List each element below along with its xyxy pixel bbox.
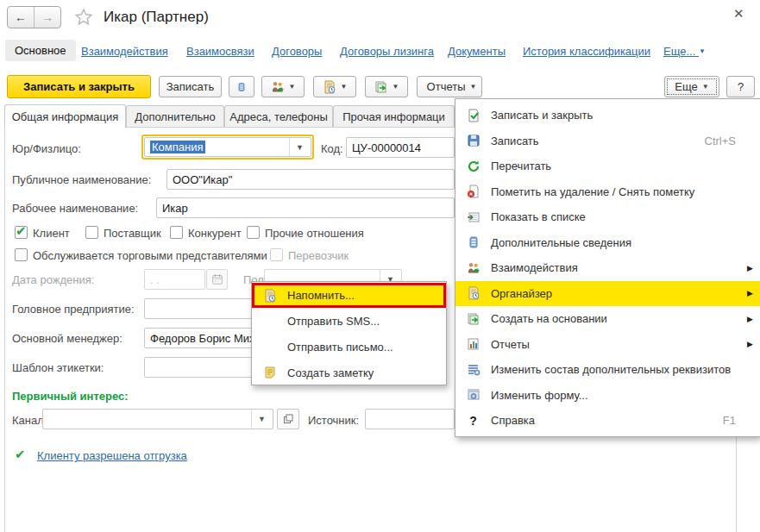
open-window-icon [283, 414, 293, 424]
favorite-star-icon[interactable] [74, 8, 93, 27]
menu-item-organizer[interactable]: Органайзер ▶ [455, 281, 760, 307]
chart-icon [466, 337, 480, 352]
manager-label: Основной менеджер: [12, 332, 122, 345]
note-icon [262, 366, 277, 380]
tab-classification[interactable]: История классификации [523, 45, 650, 58]
tab-leasing[interactable]: Договоры лизинга [340, 45, 434, 58]
calendar-icon [211, 273, 223, 285]
document-delete-icon [466, 185, 480, 199]
document-clock-icon [262, 288, 277, 303]
organizer-button[interactable]: ▼ [313, 76, 356, 97]
chevron-down-icon: ▼ [702, 83, 709, 91]
tab-main[interactable]: Основное [5, 40, 76, 61]
menu-item-create-based-on[interactable]: Создать на основании ▶ [455, 306, 760, 332]
source-label: Источник: [308, 414, 359, 427]
public-name-field[interactable]: ООО"Икар" [166, 169, 455, 190]
form-right-border [736, 437, 737, 532]
supplier-checkbox[interactable] [85, 226, 98, 239]
tab-documents[interactable]: Документы [448, 45, 506, 58]
tab-other-info[interactable]: Прочая информаци [333, 105, 455, 127]
document-arrow-icon [466, 311, 480, 326]
more-menu: Записать и закрыть Записать Ctrl+S Переч… [455, 98, 760, 437]
carrier-checkbox [270, 248, 283, 261]
document-clock-icon [466, 286, 480, 301]
calendar-button [206, 269, 228, 290]
form-left-border [4, 127, 5, 532]
tab-more[interactable]: Еще... ▼ [663, 45, 706, 58]
code-field[interactable]: ЦУ-00000014 [346, 137, 455, 158]
organizer-submenu: Напомнить... Отправить SMS... Отправить … [251, 281, 447, 385]
other-relations-checkbox[interactable] [247, 226, 260, 239]
reports-button[interactable]: Отчеты ▼ [417, 76, 482, 97]
shipment-allowed-check-icon: ✔ [15, 447, 26, 462]
help-button[interactable]: ? [726, 76, 755, 97]
competitor-checkbox[interactable] [170, 226, 183, 239]
menu-item-edit-form[interactable]: Изменить форму... [455, 383, 760, 409]
menu-item-edit-attributes[interactable]: Изменить состав дополнительных реквизито… [455, 357, 760, 383]
client-label: Клиент [33, 227, 70, 240]
client-checkbox[interactable]: ✔ [15, 226, 28, 239]
shortcut-hint: F1 [723, 414, 753, 427]
additional-info-button[interactable] [229, 76, 254, 97]
back-button[interactable]: ← [8, 7, 34, 28]
menu-item-save[interactable]: Записать Ctrl+S [455, 128, 760, 154]
people-plus-icon [271, 80, 285, 94]
public-name-label: Публичное наименование: [12, 173, 151, 186]
competitor-label: Конкурент [188, 227, 242, 240]
submenu-arrow-icon: ▶ [747, 315, 753, 323]
chevron-down-icon[interactable]: ▼ [289, 138, 305, 156]
document-check-icon [466, 108, 480, 122]
menu-item-create-note[interactable]: Создать заметку [252, 360, 446, 385]
tab-relations[interactable]: Взаимосвязи [186, 45, 254, 58]
window-gear-icon [466, 388, 480, 403]
legal-entity-combobox[interactable]: Компания ▼ [144, 137, 311, 157]
forward-button[interactable]: → [34, 7, 60, 28]
menu-item-mark-deletion[interactable]: Пометить на удаление / Снять пометку [455, 179, 760, 205]
tab-contracts[interactable]: Договоры [272, 45, 322, 58]
supplier-label: Поставщик [104, 227, 161, 240]
code-label: Код: [321, 142, 343, 155]
list-arrow-icon [466, 210, 480, 224]
served-by-reps-checkbox[interactable] [15, 248, 28, 261]
menu-item-send-letter[interactable]: Отправить письмо... [252, 334, 446, 360]
legal-entity-label: Юр/Физлицо: [12, 142, 81, 155]
menu-item-remind[interactable]: Напомнить... [252, 283, 446, 308]
work-name-field[interactable]: Икар [156, 197, 455, 218]
interactions-button[interactable]: ▼ [261, 76, 305, 97]
save-and-close-button[interactable]: Записать и закрыть [7, 75, 151, 98]
source-field[interactable] [365, 409, 455, 429]
shipment-allowed-link[interactable]: Клиенту разрешена отгрузка [37, 449, 187, 462]
floppy-icon [466, 134, 480, 148]
menu-item-reports[interactable]: Отчеты ▶ [455, 332, 760, 358]
tab-additional[interactable]: Дополнительно [126, 105, 224, 127]
submenu-arrow-icon: ▶ [747, 264, 753, 272]
channel-open-button[interactable] [277, 409, 299, 429]
channel-combobox[interactable]: ▼ [42, 409, 273, 429]
tab-interactions[interactable]: Взаимодействия [81, 45, 168, 58]
chevron-down-icon[interactable]: ▼ [251, 410, 267, 429]
menu-item-additional-info[interactable]: Дополнительные сведения [455, 230, 760, 256]
menu-item-reread[interactable]: Перечитать [455, 153, 760, 179]
menu-item-show-in-list[interactable]: Показать в списке [455, 204, 760, 230]
create-based-on-button[interactable]: ▼ [365, 76, 408, 97]
partner-card-window: ← → Икар (Партнер) ✕ Основное Взаимодейс… [0, 0, 760, 532]
menu-item-interactions[interactable]: Взаимодействия ▶ [455, 255, 760, 281]
stack-icon [466, 235, 480, 250]
birth-date-field: . . [144, 269, 205, 290]
more-button[interactable]: Еще ▼ [664, 76, 719, 97]
page-title: Икар (Партнер) [104, 9, 209, 26]
tab-addresses[interactable]: Адреса, телефоны [224, 105, 333, 127]
save-button[interactable]: Записать [159, 76, 222, 97]
chevron-down-icon: ▼ [699, 47, 706, 55]
document-arrow-icon [374, 80, 388, 94]
chevron-down-icon: ▼ [470, 83, 477, 91]
close-icon[interactable]: ✕ [733, 6, 744, 22]
tab-general-info[interactable]: Общая информация [4, 104, 126, 128]
chevron-down-icon: ▼ [289, 83, 296, 91]
back-icon: ← [15, 10, 27, 24]
menu-item-help[interactable]: ? Справка F1 [455, 408, 760, 434]
work-name-label: Рабочее наименование: [12, 202, 138, 215]
menu-item-send-sms[interactable]: Отправить SMS... [252, 308, 446, 334]
menu-item-save-close[interactable]: Записать и закрыть [455, 103, 760, 128]
history-nav-group: ← → [7, 6, 61, 28]
